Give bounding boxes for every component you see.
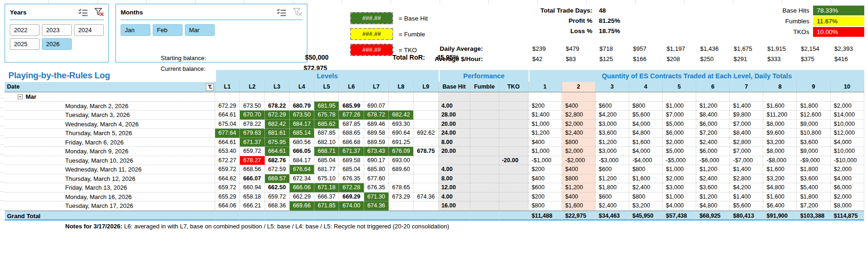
base-hit-cell: 28.00: [439, 110, 470, 120]
daily-average-cell: $1,436: [696, 45, 729, 52]
qty-cell: [629, 92, 663, 102]
fumble-cell: [470, 110, 499, 120]
qty-cell: -$7,000: [730, 156, 763, 165]
qty-cell: $1,200: [529, 129, 562, 138]
level-cell: 673.50: [240, 102, 264, 111]
qty-cell: $4,000: [629, 120, 663, 129]
level-cell: [414, 138, 438, 147]
hourly-average-cell: $125: [595, 55, 629, 62]
level-cell: 666.06: [290, 183, 314, 192]
qty-cell: $2,000: [562, 147, 596, 156]
qty-cell: $4,000: [831, 174, 864, 184]
qty-cell: -$8,000: [763, 156, 797, 165]
qty-cell: $5,000: [663, 147, 696, 156]
qty-cell: $800: [529, 201, 562, 211]
clear-filter-icon[interactable]: [95, 8, 104, 16]
table-row: Friday, March 13, 2026659.72660.94662.50…: [5, 183, 864, 192]
multi-select-icon[interactable]: [277, 8, 286, 16]
tko-cell: -20.00: [499, 156, 529, 165]
year-button-2024[interactable]: 2024: [74, 24, 104, 36]
qty-cell: $1,000: [663, 165, 696, 174]
rate-value-base-hits: 78.33%: [813, 6, 864, 15]
base-hit-cell: 12.00: [439, 183, 470, 192]
level-cell: 678.65: [389, 183, 414, 192]
qty-cell: -$10,000: [831, 156, 864, 165]
qty-header-6: 6: [696, 82, 730, 92]
level-cell: 690.17: [364, 156, 389, 165]
month-group-label: Mar: [26, 92, 36, 101]
month-button-feb[interactable]: Feb: [153, 24, 183, 36]
rate-label-tkos: TKOs: [726, 27, 809, 38]
hourly-average-cell: $291: [730, 55, 763, 62]
level-cell: 685.14: [290, 129, 314, 138]
base-hit-cell: 16.00: [439, 201, 470, 211]
base-hit-cell: 20.00: [439, 120, 470, 129]
qty-cell: $3,000: [596, 147, 629, 156]
month-button-jan[interactable]: Jan: [121, 24, 150, 36]
qty-cell: $800: [562, 138, 596, 147]
level-cell: [314, 92, 339, 102]
year-button-2022[interactable]: 2022: [10, 24, 40, 36]
qty-cell: [663, 92, 696, 102]
level-cell: 678.72: [364, 110, 389, 120]
level-cell: 673.43: [364, 147, 389, 156]
qty-cell: $12,600: [797, 110, 830, 120]
qty-cell: $4,000: [629, 147, 663, 156]
quantity-group-header: Quantity of ES Contracts Traded at Each …: [529, 70, 864, 82]
year-button-2023[interactable]: 2023: [42, 24, 72, 36]
level-header-l3: L3: [265, 82, 290, 92]
grand-total-label: Grand Total: [5, 211, 215, 221]
level-cell: 677.26: [339, 110, 364, 120]
qty-cell: $3,200: [763, 138, 797, 147]
qty-cell: $1,200: [596, 174, 629, 184]
qty-cell: $400: [529, 138, 562, 147]
date-filter-button[interactable]: [206, 83, 214, 91]
level-cell: 677.64: [215, 129, 240, 138]
level-cell: 664.62: [215, 174, 240, 184]
qty-cell: $6,000: [696, 120, 730, 129]
gt-qty-cell: $80,413: [730, 211, 763, 221]
daily-average-label: Daily Average:: [373, 45, 483, 52]
qty-cell: $2,000: [562, 120, 596, 129]
rate-labels: Base HitsFumblesTKOs: [726, 6, 809, 38]
level-cell: 662.50: [265, 183, 290, 192]
tko-cell: [499, 201, 529, 211]
tko-cell: [499, 110, 529, 120]
qty-cell: [763, 92, 797, 102]
level-cell: 659.72: [240, 147, 264, 156]
level-cell: 688.65: [339, 129, 364, 138]
date-cell: Tuesday, March 3, 2026: [5, 110, 215, 120]
date-cell: Monday, March 2, 2026: [5, 102, 215, 111]
level-cell: [414, 183, 438, 192]
perf-header: Base Hit: [439, 82, 470, 92]
qty-cell: $3,600: [596, 129, 629, 138]
level-cell: 666.05: [290, 147, 314, 156]
level-cell: 689.46: [364, 120, 389, 129]
year-button-2026[interactable]: 2026: [42, 38, 72, 50]
qty-cell: $1,200: [696, 165, 730, 174]
qty-cell: $2,800: [562, 110, 596, 120]
level-cell: 676.35: [339, 174, 364, 184]
gt-level-cell: [364, 211, 389, 221]
gt-perf-cell: [470, 211, 499, 221]
qty-header-4: 4: [629, 82, 663, 92]
qty-cell: -$6,000: [696, 156, 730, 165]
performance-group-header: Performance: [439, 70, 529, 82]
left-gridline-stubs: [0, 93, 4, 228]
group-header-row: Levels Performance Quantity of ES Contra…: [5, 70, 864, 82]
level-cell: [364, 92, 389, 102]
year-button-2025[interactable]: 2025: [10, 38, 40, 50]
qty-cell: $4,000: [663, 201, 696, 211]
collapse-group-button[interactable]: −: [18, 94, 23, 99]
level-cell: 684.17: [290, 120, 314, 129]
qty-cell: $3,600: [797, 174, 830, 184]
month-button-mar[interactable]: Mar: [185, 24, 215, 36]
gt-level-cell: [389, 211, 414, 221]
qty-cell: $1,000: [529, 147, 562, 156]
multi-select-icon[interactable]: [78, 8, 88, 16]
gt-level-cell: [314, 211, 339, 221]
hourly-average-values: $42$83$125$166$208$250$291$333$375$416: [528, 55, 864, 62]
notes-line: Notes for 3/17/2026: L6: averaged in wit…: [65, 223, 449, 230]
top-stats-labels: Total Trade Days:Profit %Loss %: [484, 6, 592, 36]
qty-cell: $1,800: [797, 165, 830, 174]
